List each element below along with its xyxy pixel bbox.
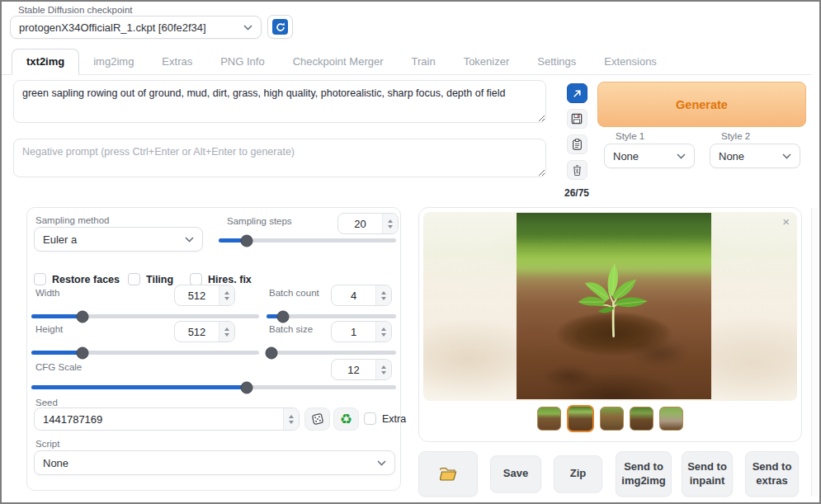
generation-params-panel: Sampling method Euler a Sampling steps 2… xyxy=(26,207,401,491)
cfg-scale-slider[interactable] xyxy=(31,381,396,393)
save-button[interactable]: Save xyxy=(490,455,541,492)
close-icon[interactable]: × xyxy=(782,214,790,228)
sampling-steps-label: Sampling steps xyxy=(227,216,292,226)
scrollbar-track[interactable] xyxy=(811,208,818,497)
batch-count-stepper[interactable] xyxy=(375,285,391,305)
floppy-disk-icon xyxy=(571,113,583,125)
tab-txt2img[interactable]: txt2img xyxy=(12,49,79,75)
height-input[interactable]: 512 xyxy=(174,321,235,342)
send-to-img2img-button[interactable]: Send to img2img xyxy=(616,451,672,497)
thumbnail-strip xyxy=(419,405,801,432)
negative-prompt-input[interactable] xyxy=(13,139,546,177)
batch-size-stepper[interactable] xyxy=(375,322,391,341)
clear-prompt-button[interactable] xyxy=(567,160,587,180)
cfg-scale-input[interactable]: 12 xyxy=(331,359,392,380)
batch-size-label: Batch size xyxy=(269,324,313,334)
sampling-method-value: Euler a xyxy=(43,233,77,246)
height-value: 512 xyxy=(175,322,219,341)
checkpoint-value: protogenX34OfficialR_1.ckpt [60fe2f34] xyxy=(19,21,206,34)
sampling-method-dropdown[interactable]: Euler a xyxy=(34,227,203,252)
height-slider[interactable] xyxy=(31,346,259,359)
thumbnail-3[interactable] xyxy=(600,407,624,431)
seed-input[interactable]: 1441787169 xyxy=(34,407,300,431)
output-gallery: × xyxy=(418,207,802,442)
restore-faces-label: Restore faces xyxy=(52,274,120,285)
chevron-down-icon xyxy=(677,153,686,159)
style2-value: None xyxy=(719,150,744,163)
app-window: Stable Diffusion checkpoint protogenX34O… xyxy=(0,0,821,504)
checkpoint-dropdown[interactable]: protogenX34OfficialR_1.ckpt [60fe2f34] xyxy=(10,16,262,39)
sapling-illustration xyxy=(567,257,660,343)
width-label: Width xyxy=(35,288,59,298)
folder-icon xyxy=(439,467,457,481)
thumbnail-5[interactable] xyxy=(659,407,683,431)
send-to-extras-button[interactable]: Send to extras xyxy=(745,451,799,497)
cfg-scale-stepper[interactable] xyxy=(375,360,391,379)
width-stepper[interactable] xyxy=(219,285,234,305)
tab-extensions[interactable]: Extensions xyxy=(590,49,671,74)
reuse-seed-button[interactable]: ♻ xyxy=(333,407,359,431)
diagonal-arrow-icon xyxy=(572,88,583,99)
paste-params-button[interactable] xyxy=(567,83,587,103)
extra-label: Extra xyxy=(382,413,406,425)
script-dropdown[interactable]: None xyxy=(34,450,395,475)
prompt-input[interactable]: green sapling rowing out of ground, mud,… xyxy=(13,80,546,123)
batch-size-slider[interactable] xyxy=(267,346,396,359)
random-seed-button[interactable] xyxy=(304,407,330,431)
restore-faces-checkbox[interactable]: Restore faces xyxy=(34,273,120,285)
sampling-steps-slider[interactable] xyxy=(219,234,396,247)
batch-size-input[interactable]: 1 xyxy=(331,321,392,342)
apply-style-button[interactable] xyxy=(567,134,587,154)
chevron-down-icon xyxy=(185,237,194,243)
save-style-button[interactable] xyxy=(567,109,587,129)
zip-button[interactable]: Zip xyxy=(554,455,602,492)
chevron-down-icon xyxy=(377,460,386,466)
batch-count-label: Batch count xyxy=(269,288,319,298)
batch-count-value: 4 xyxy=(332,285,375,305)
seed-stepper[interactable] xyxy=(283,408,299,430)
tab-png-info[interactable]: PNG Info xyxy=(206,49,278,74)
dice-icon xyxy=(311,412,324,426)
generate-button[interactable]: Generate xyxy=(597,82,806,127)
width-input[interactable]: 512 xyxy=(174,285,235,306)
main-tabbar: txt2img img2img Extras PNG Info Checkpoi… xyxy=(2,50,811,75)
sampling-steps-value: 20 xyxy=(338,214,382,233)
token-counter: 26/75 xyxy=(564,187,589,199)
tab-img2img[interactable]: img2img xyxy=(79,49,148,74)
checkbox-box xyxy=(190,273,202,285)
clipboard-icon xyxy=(572,139,583,150)
tab-extras[interactable]: Extras xyxy=(148,49,206,74)
batch-count-input[interactable]: 4 xyxy=(331,285,392,306)
chevron-down-icon xyxy=(782,153,791,159)
extra-seed-checkbox[interactable]: Extra xyxy=(364,412,406,425)
tab-tokenizer[interactable]: Tokenizer xyxy=(450,49,524,74)
style2-dropdown[interactable]: None xyxy=(710,144,800,168)
refresh-icon xyxy=(272,19,288,35)
sampling-method-label: Sampling method xyxy=(35,215,110,225)
checkbox-box xyxy=(364,412,376,425)
cfg-scale-value: 12 xyxy=(332,360,375,379)
sampling-steps-input[interactable]: 20 xyxy=(337,213,399,234)
thumbnail-1[interactable] xyxy=(537,407,561,431)
hires-fix-label: Hires. fix xyxy=(208,274,252,285)
tab-checkpoint-merger[interactable]: Checkpoint Merger xyxy=(279,49,398,74)
style1-dropdown[interactable]: None xyxy=(604,144,695,168)
hires-fix-checkbox[interactable]: Hires. fix xyxy=(190,273,252,285)
thumbnail-4[interactable] xyxy=(630,407,653,431)
script-label: Script xyxy=(35,439,59,449)
tab-train[interactable]: Train xyxy=(398,49,450,74)
seed-value: 1441787169 xyxy=(35,413,283,426)
tab-settings[interactable]: Settings xyxy=(523,49,590,74)
style2-label: Style 2 xyxy=(721,131,750,141)
send-to-inpaint-button[interactable]: Send to inpaint xyxy=(682,451,733,497)
thumbnail-2-selected[interactable] xyxy=(567,405,594,432)
tiling-label: Tiling xyxy=(146,274,173,285)
refresh-checkpoint-button[interactable] xyxy=(267,15,293,39)
sampling-steps-stepper[interactable] xyxy=(382,214,398,233)
seed-label: Seed xyxy=(35,398,58,407)
generated-image[interactable] xyxy=(517,213,711,399)
open-folder-button[interactable] xyxy=(418,451,478,497)
tiling-checkbox[interactable]: Tiling xyxy=(128,273,173,285)
height-stepper[interactable] xyxy=(219,322,234,341)
height-label: Height xyxy=(35,324,63,334)
